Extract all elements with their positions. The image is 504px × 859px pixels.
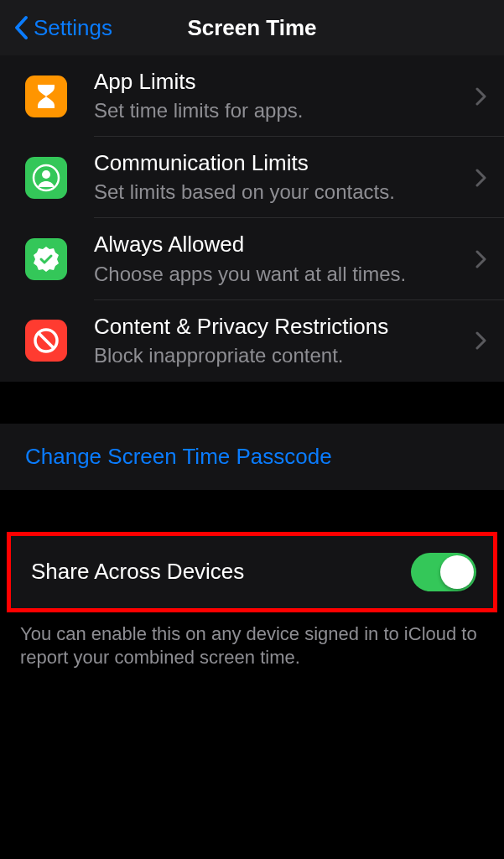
row-subtitle: Set limits based on your contacts. bbox=[94, 180, 465, 205]
link-label: Change Screen Time Passcode bbox=[25, 444, 332, 469]
row-title: Communication Limits bbox=[94, 150, 465, 176]
row-share-across-devices[interactable]: Share Across Devices bbox=[11, 536, 493, 608]
footer-description: You can enable this on any device signed… bbox=[0, 612, 504, 670]
row-change-passcode[interactable]: Change Screen Time Passcode bbox=[0, 424, 504, 490]
chevron-right-icon bbox=[475, 87, 487, 106]
highlight-frame: Share Across Devices bbox=[7, 532, 497, 612]
chevron-right-icon bbox=[475, 169, 487, 187]
svg-line-3 bbox=[39, 333, 54, 348]
row-subtitle: Choose apps you want at all times. bbox=[94, 262, 465, 287]
toggle-label: Share Across Devices bbox=[31, 559, 244, 585]
row-title: Content & Privacy Restrictions bbox=[94, 314, 465, 340]
nav-bar: Settings Screen Time bbox=[0, 0, 504, 55]
row-text: Content & Privacy Restrictions Block ina… bbox=[94, 314, 465, 368]
chevron-right-icon bbox=[475, 331, 487, 350]
row-app-limits[interactable]: App Limits Set time limits for apps. bbox=[0, 55, 504, 137]
row-always-allowed[interactable]: Always Allowed Choose apps you want at a… bbox=[0, 218, 504, 299]
page-title: Screen Time bbox=[187, 15, 316, 41]
person-circle-icon bbox=[25, 157, 67, 199]
row-text: Communication Limits Set limits based on… bbox=[94, 150, 465, 205]
row-text: Always Allowed Choose apps you want at a… bbox=[94, 232, 465, 286]
no-entry-icon bbox=[25, 320, 67, 362]
settings-list: App Limits Set time limits for apps. Com… bbox=[0, 55, 504, 382]
hourglass-icon bbox=[25, 75, 67, 117]
row-text: App Limits Set time limits for apps. bbox=[94, 69, 465, 123]
back-button[interactable]: Settings bbox=[13, 15, 112, 41]
section-spacer bbox=[0, 382, 504, 424]
row-subtitle: Block inappropriate content. bbox=[94, 343, 465, 368]
row-title: App Limits bbox=[94, 69, 465, 95]
svg-point-1 bbox=[42, 170, 50, 179]
row-title: Always Allowed bbox=[94, 232, 465, 258]
chevron-right-icon bbox=[475, 250, 487, 268]
back-label: Settings bbox=[34, 15, 112, 41]
checkmark-seal-icon bbox=[25, 238, 67, 280]
row-content-privacy[interactable]: Content & Privacy Restrictions Block ina… bbox=[0, 300, 504, 382]
chevron-left-icon bbox=[13, 15, 29, 40]
toggle-knob bbox=[440, 555, 474, 589]
row-subtitle: Set time limits for apps. bbox=[94, 98, 465, 123]
toggle-switch[interactable] bbox=[411, 553, 476, 591]
row-communication-limits[interactable]: Communication Limits Set limits based on… bbox=[0, 137, 504, 218]
section-spacer bbox=[0, 490, 504, 532]
